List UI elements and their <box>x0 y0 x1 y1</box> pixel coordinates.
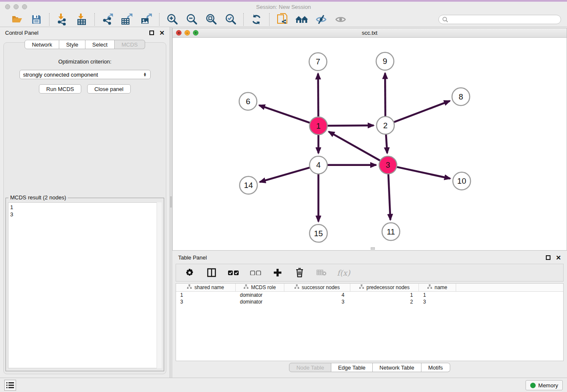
tab-select[interactable]: Select <box>85 40 115 49</box>
deselect-all-icon[interactable] <box>249 266 262 279</box>
column-header-shared-name[interactable]: shared name <box>176 284 236 291</box>
cell-mcds-role[interactable]: dominator <box>236 298 284 305</box>
edge-2-9[interactable] <box>385 73 385 118</box>
select-all-icon[interactable] <box>227 266 240 279</box>
svg-text:6: 6 <box>246 97 250 106</box>
graph-node-7[interactable]: 7 <box>309 53 327 71</box>
table-row[interactable]: 3dominator323 <box>176 298 563 305</box>
status-bar: Memory <box>0 378 567 392</box>
edge-2-3[interactable] <box>386 133 387 153</box>
column-header-name[interactable]: name <box>419 284 456 291</box>
network-file-icon[interactable] <box>275 13 289 26</box>
graph-node-9[interactable]: 9 <box>376 52 394 70</box>
mcds-tab-content: Optimization criterion: strongly connect… <box>3 42 166 374</box>
cell-successor-nodes[interactable]: 3 <box>284 298 350 305</box>
graph-node-3[interactable]: 3 <box>379 156 397 174</box>
graph-node-15[interactable]: 15 <box>310 224 328 242</box>
function-icon[interactable]: f(x) <box>337 266 350 279</box>
float-table-panel-icon[interactable] <box>546 255 550 260</box>
node-table[interactable]: shared nameMCDS rolesuccessor nodesprede… <box>176 283 564 361</box>
close-table-panel-icon[interactable]: ✕ <box>556 255 561 260</box>
cell-mcds-role[interactable]: dominator <box>236 292 284 298</box>
zoom-in-icon[interactable] <box>165 13 179 26</box>
column-header-mcds-role[interactable]: MCDS role <box>236 284 284 291</box>
tab-node-table[interactable]: Node Table <box>289 363 331 372</box>
graph-node-1[interactable]: 1 <box>310 117 328 135</box>
control-panel-title: Control Panel <box>5 30 39 36</box>
cell-name[interactable]: 3 <box>419 298 456 305</box>
network-window-titlebar[interactable]: ✕ − + scc.txt <box>173 28 567 38</box>
edge-4-14[interactable] <box>260 167 311 182</box>
tab-mcds[interactable]: MCDS <box>115 40 145 49</box>
canvas-scrollbar-thumb[interactable] <box>371 247 375 250</box>
home-icon[interactable] <box>295 13 308 26</box>
save-icon[interactable] <box>30 13 43 26</box>
memory-button[interactable]: Memory <box>526 380 563 390</box>
tab-edge-table[interactable]: Edge Table <box>331 363 373 372</box>
gear-icon[interactable] <box>183 266 196 279</box>
float-panel-icon[interactable] <box>149 30 154 35</box>
tab-network-table[interactable]: Network Table <box>373 363 421 372</box>
table-header-row: shared nameMCDS rolesuccessor nodesprede… <box>176 284 563 292</box>
search-field[interactable] <box>438 15 561 24</box>
tab-network[interactable]: Network <box>25 40 59 49</box>
export-table-icon[interactable] <box>120 13 134 26</box>
svg-text:8: 8 <box>459 92 463 101</box>
trash-icon[interactable] <box>293 266 306 279</box>
split-columns-icon[interactable] <box>205 266 218 279</box>
graph-node-2[interactable]: 2 <box>377 116 394 134</box>
svg-text:2: 2 <box>383 121 388 130</box>
cell-shared-name[interactable]: 1 <box>176 292 236 298</box>
graph-node-14[interactable]: 14 <box>239 177 257 194</box>
delete-table-icon[interactable] <box>315 266 328 279</box>
edge-2-8[interactable] <box>393 101 450 122</box>
graph-node-8[interactable]: 8 <box>452 88 470 106</box>
svg-text:1: 1 <box>316 121 321 130</box>
cell-name[interactable]: 1 <box>419 292 456 298</box>
zoom-out-icon[interactable] <box>185 13 198 26</box>
show-eye-icon[interactable] <box>334 13 347 26</box>
result-scrollbar[interactable] <box>157 202 162 368</box>
edge-1-6[interactable] <box>259 105 311 123</box>
graph-node-11[interactable]: 11 <box>382 223 400 240</box>
column-header-successor-nodes[interactable]: successor nodes <box>284 284 350 291</box>
import-network-icon[interactable] <box>55 13 69 26</box>
cell-shared-name[interactable]: 3 <box>176 298 236 305</box>
edge-3-1[interactable] <box>329 132 381 161</box>
run-mcds-button[interactable]: Run MCDS <box>39 84 81 94</box>
edge-3-11[interactable] <box>388 173 391 220</box>
close-panel-button[interactable]: Close panel <box>87 84 131 94</box>
table-row[interactable]: 1dominator411 <box>176 292 563 298</box>
control-panel-tabs: NetworkStyleSelectMCDS <box>0 40 170 49</box>
zoom-fit-icon[interactable] <box>204 13 218 26</box>
graph-node-4[interactable]: 4 <box>310 156 328 174</box>
cell-predecessor-nodes[interactable]: 1 <box>350 292 419 298</box>
tab-motifs[interactable]: Motifs <box>421 363 450 372</box>
close-panel-icon[interactable]: ✕ <box>159 30 165 35</box>
graph-node-6[interactable]: 6 <box>239 92 257 110</box>
search-input[interactable] <box>448 17 557 22</box>
list-icon <box>6 382 14 389</box>
memory-label: Memory <box>538 382 558 389</box>
refresh-icon[interactable] <box>250 13 263 26</box>
edge-3-10[interactable] <box>396 167 450 179</box>
cell-successor-nodes[interactable]: 4 <box>284 292 350 298</box>
import-table-icon[interactable] <box>75 13 88 26</box>
cell-predecessor-nodes[interactable]: 2 <box>350 298 419 305</box>
svg-text:11: 11 <box>387 227 395 236</box>
task-history-button[interactable] <box>4 380 16 391</box>
edge-1-2[interactable] <box>326 125 374 126</box>
add-icon[interactable] <box>271 266 284 279</box>
edge-1-7[interactable] <box>318 74 319 118</box>
graph-node-10[interactable]: 10 <box>453 172 471 190</box>
hide-eye-icon[interactable] <box>314 13 328 26</box>
zoom-selected-icon[interactable] <box>224 13 237 26</box>
tab-style[interactable]: Style <box>59 40 85 49</box>
open-folder-icon[interactable] <box>10 13 24 26</box>
export-image-icon[interactable] <box>140 13 153 26</box>
column-header-predecessor-nodes[interactable]: predecessor nodes <box>350 284 419 291</box>
export-network-icon[interactable] <box>101 13 114 26</box>
optimization-dropdown[interactable]: strongly connected component ▲▼ <box>19 70 151 79</box>
network-canvas[interactable]: 1234678910111415 <box>173 38 567 250</box>
column-edit-icon <box>187 284 192 290</box>
